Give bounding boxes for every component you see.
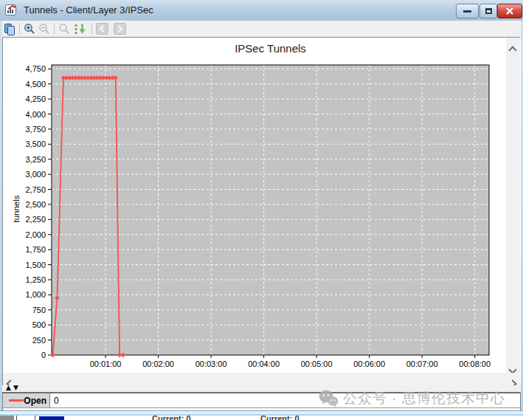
y-tick-label: 4,750 <box>25 64 46 73</box>
window-left-border <box>0 21 2 410</box>
series-current-value: 0 <box>54 396 59 406</box>
series-name: Open <box>24 396 49 406</box>
y-tick-label: 4,000 <box>25 110 46 119</box>
titlebar[interactable]: Tunnels - Client/Layer 3/IPSec <box>0 0 523 21</box>
y-tick-label: 4,500 <box>25 80 46 89</box>
x-tick-label: 00:06:00 <box>353 359 385 368</box>
y-tick-label: 750 <box>32 306 46 314</box>
background-divider <box>16 416 17 420</box>
x-tick-label: 00:02:00 <box>142 359 174 368</box>
y-tick-label: 1,250 <box>25 275 46 284</box>
horizontal-scrollbar[interactable] <box>3 373 520 385</box>
y-tick-label: 2,500 <box>25 200 46 209</box>
background-current-label: Current: 0 <box>260 414 299 420</box>
background-current-label: Current: 0 <box>152 414 191 420</box>
close-icon <box>506 7 513 15</box>
y-tick-label: 3,000 <box>25 170 46 179</box>
legend-splitter[interactable]: ▲ ▼ <box>2 385 521 393</box>
toolbar-separator <box>19 23 20 35</box>
splitter-up-icon[interactable]: ▲ <box>6 383 11 392</box>
y-tick-label: 1,500 <box>25 261 46 269</box>
copy-chart-icon[interactable] <box>2 21 17 36</box>
y-tick-label: 2,000 <box>25 230 46 239</box>
splitter-down-icon[interactable]: ▼ <box>13 383 18 392</box>
x-tick-label: 00:08:00 <box>459 359 491 368</box>
toolbar-separator <box>54 23 55 35</box>
toolbar-separator <box>91 23 92 35</box>
y-tick-label: 2,750 <box>25 185 46 194</box>
y-tick-label: 2,250 <box>25 215 46 224</box>
minimize-button[interactable] <box>456 4 479 18</box>
maximize-button[interactable] <box>479 4 497 18</box>
toolbar <box>2 21 521 37</box>
background-gray-block <box>0 416 14 420</box>
zoom-out-icon <box>37 21 52 36</box>
y-tick-label: 3,250 <box>25 155 46 164</box>
y-tick-label: 3,500 <box>25 140 46 148</box>
page-back-icon <box>94 21 109 36</box>
legend-row[interactable]: Open 0 <box>3 393 520 408</box>
y-tick-label: 250 <box>32 336 46 345</box>
minimize-icon <box>463 10 471 13</box>
vertical-scrollbar[interactable] <box>506 38 520 373</box>
x-tick-label: 00:05:00 <box>301 359 333 368</box>
background-divider <box>35 416 35 420</box>
background-window-sliver: Current: 0 Current: 0 <box>0 416 523 420</box>
close-button[interactable] <box>497 4 522 18</box>
zoom-in-icon[interactable] <box>22 21 37 36</box>
series-color-swatch <box>9 399 24 402</box>
y-tick-label: 4,250 <box>25 94 46 103</box>
x-tick-label: 00:07:00 <box>406 359 438 368</box>
x-tick-label: 00:04:00 <box>248 359 280 368</box>
legend-value-cell: 0 <box>50 393 520 407</box>
y-tick-label: 500 <box>32 320 46 329</box>
app-icon[interactable] <box>5 4 18 16</box>
page-forward-icon <box>112 21 127 36</box>
x-tick-label: 00:03:00 <box>195 359 227 368</box>
legend-name-cell: Open <box>3 393 50 407</box>
y-tick-label: 0 <box>41 351 46 359</box>
strip-chart-icon[interactable] <box>72 21 89 36</box>
background-selected-cell <box>39 416 64 420</box>
x-tick-label: 00:01:00 <box>90 359 122 368</box>
y-tick-label: 1,750 <box>25 245 46 254</box>
ipsec-tunnels-plot: 02505007501,0001,2501,5001,7502,0002,250… <box>0 37 506 373</box>
maximize-icon <box>485 8 492 14</box>
window-title: Tunnels - Client/Layer 3/IPSec <box>24 4 153 16</box>
zoom-region-icon <box>57 21 72 36</box>
y-tick-label: 3,750 <box>25 125 46 134</box>
scroll-up-icon[interactable] <box>510 43 516 56</box>
y-tick-label: 1,000 <box>25 290 46 299</box>
